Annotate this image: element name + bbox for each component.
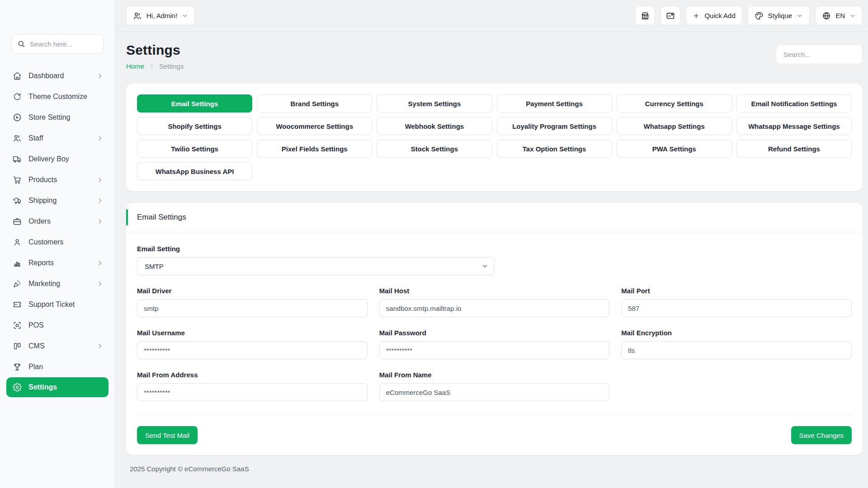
save-changes-button[interactable]: Save Changes bbox=[791, 426, 852, 444]
sidebar-item-label: Theme Customize bbox=[28, 93, 103, 101]
ticket-icon bbox=[13, 300, 22, 309]
page-title: Settings bbox=[126, 42, 184, 58]
panel-title: Email Settings bbox=[137, 213, 186, 221]
chevron-down-icon bbox=[182, 13, 188, 19]
mail-port-field[interactable] bbox=[621, 299, 852, 317]
breadcrumb: Home Settings bbox=[126, 62, 184, 70]
mail-encryption-field[interactable] bbox=[621, 341, 852, 359]
chevron-down-icon bbox=[849, 13, 856, 19]
tab-loyality-program-settings[interactable]: Loyality Program Settings bbox=[497, 117, 612, 135]
media-card-icon bbox=[666, 11, 675, 20]
sidebar-item-products[interactable]: Products bbox=[0, 169, 115, 190]
mail-password-field[interactable] bbox=[379, 341, 610, 359]
sidebar-item-cms[interactable]: CMS bbox=[0, 336, 115, 357]
mail-username-field[interactable] bbox=[137, 341, 368, 359]
sidebar-item-marketing[interactable]: Marketing bbox=[0, 273, 115, 294]
sidebar-item-label: Shipping bbox=[28, 197, 90, 205]
user-menu-button[interactable]: Hi, Admin! bbox=[126, 6, 195, 25]
tab-pwa-settings[interactable]: PWA Settings bbox=[617, 140, 732, 158]
sidebar-item-label: Store Setting bbox=[28, 113, 103, 122]
sidebar-item-store-setting[interactable]: Store Setting bbox=[0, 107, 115, 128]
mail-driver-field[interactable] bbox=[137, 299, 368, 317]
sidebar-item-customers[interactable]: Customers bbox=[0, 232, 115, 253]
stylique-menu-button[interactable]: Stylique bbox=[748, 6, 810, 25]
tab-email-notification-settings[interactable]: Email Notification Settings bbox=[736, 94, 852, 113]
tab-brand-settings[interactable]: Brand Settings bbox=[257, 94, 372, 113]
sidebar-item-reports[interactable]: Reports bbox=[0, 253, 115, 273]
tab-refund-settings[interactable]: Refund Settings bbox=[736, 140, 852, 158]
chevron-right-icon bbox=[97, 135, 103, 141]
tab-whatsapp-settings[interactable]: Whatsapp Settings bbox=[617, 117, 732, 135]
mail-from-name-group: Mail From Name bbox=[379, 371, 610, 401]
storefront-button[interactable] bbox=[635, 6, 655, 25]
settings-tabs-grid: Email Settings Brand Settings System Set… bbox=[137, 94, 852, 180]
quick-add-label: Quick Add bbox=[704, 12, 735, 19]
tab-woocommerce-settings[interactable]: Woocommerce Settings bbox=[257, 117, 372, 135]
send-test-mail-button[interactable]: Send Test Mail bbox=[137, 426, 198, 444]
chevron-right-icon bbox=[97, 218, 103, 225]
sidebar-search[interactable] bbox=[11, 34, 104, 54]
sidebar-item-theme-customize[interactable]: Theme Customize bbox=[0, 86, 115, 107]
sidebar-item-label: POS bbox=[28, 321, 103, 329]
cart-icon bbox=[13, 175, 22, 184]
mail-port-label: Mail Port bbox=[621, 287, 852, 295]
tab-pixel-fields-settings[interactable]: Pixel Fields Settings bbox=[257, 140, 372, 158]
users-icon bbox=[13, 134, 22, 143]
sidebar-search-input[interactable] bbox=[30, 40, 98, 48]
mail-host-field[interactable] bbox=[379, 299, 610, 317]
palette-icon bbox=[755, 11, 764, 20]
sidebar-item-label: Reports bbox=[28, 259, 90, 267]
tab-twilio-settings[interactable]: Twilio Settings bbox=[137, 140, 252, 158]
tab-payment-settings[interactable]: Payment Settings bbox=[497, 94, 612, 113]
page-search-input[interactable] bbox=[776, 44, 863, 64]
sidebar-item-support-ticket[interactable]: Support Ticket bbox=[0, 294, 115, 315]
tab-whatsapp-business-api[interactable]: WhatsApp Business API bbox=[137, 162, 252, 180]
sidebar-item-orders[interactable]: Orders bbox=[0, 211, 115, 232]
sidebar-item-label: CMS bbox=[28, 342, 90, 350]
search-icon bbox=[17, 40, 25, 48]
mail-from-name-field[interactable] bbox=[379, 383, 610, 401]
page-title-block: Settings Home Settings bbox=[126, 42, 184, 70]
chevron-right-icon bbox=[97, 177, 103, 183]
truck-icon bbox=[13, 155, 22, 164]
language-label: EN bbox=[835, 12, 845, 19]
mail-username-label: Mail Username bbox=[137, 329, 368, 337]
users-icon bbox=[133, 11, 142, 20]
sidebar-item-plan[interactable]: Plan bbox=[0, 357, 115, 377]
panel-body: Email Setting SMTP Mail Driver Mail Host bbox=[126, 232, 863, 415]
mail-encryption-group: Mail Encryption bbox=[621, 329, 852, 359]
megaphone-icon bbox=[13, 279, 22, 288]
email-settings-panel: Email Settings Email Setting SMTP Mail D… bbox=[126, 203, 863, 455]
tab-shopify-settings[interactable]: Shopify Settings bbox=[137, 117, 252, 135]
form-row-1: Mail Driver Mail Host Mail Port bbox=[137, 287, 852, 317]
tab-tax-option-settings[interactable]: Tax Option Settings bbox=[497, 140, 612, 158]
media-button[interactable] bbox=[660, 6, 680, 25]
panel-actions: Send Test Mail Save Changes bbox=[126, 415, 863, 455]
language-menu-button[interactable]: EN bbox=[815, 6, 863, 25]
mail-driver-group: Mail Driver bbox=[137, 287, 368, 317]
mail-encryption-label: Mail Encryption bbox=[621, 329, 852, 337]
sidebar-item-pos[interactable]: POS bbox=[0, 315, 115, 336]
sidebar-item-label: Dashboard bbox=[28, 72, 90, 80]
breadcrumb-home-link[interactable]: Home bbox=[126, 62, 144, 70]
sidebar-item-label: Customers bbox=[28, 238, 103, 246]
tab-stock-settings[interactable]: Stock Settings bbox=[377, 140, 492, 158]
tab-webhook-settings[interactable]: Webhook Settings bbox=[377, 117, 492, 135]
sidebar-item-shipping[interactable]: Shipping bbox=[0, 190, 115, 211]
sidebar-item-staff[interactable]: Staff bbox=[0, 128, 115, 149]
sidebar-item-settings[interactable]: Settings bbox=[6, 377, 108, 397]
plus-icon bbox=[693, 12, 700, 19]
tab-currency-settings[interactable]: Currency Settings bbox=[617, 94, 732, 113]
panel-header: Email Settings bbox=[126, 203, 863, 232]
sidebar-item-dashboard[interactable]: Dashboard bbox=[0, 66, 115, 86]
tab-system-settings[interactable]: System Settings bbox=[377, 94, 492, 113]
tab-email-settings[interactable]: Email Settings bbox=[137, 94, 252, 113]
mail-password-group: Mail Password bbox=[379, 329, 610, 359]
quick-add-button[interactable]: Quick Add bbox=[686, 6, 742, 25]
sidebar-item-delivery-boy[interactable]: Delivery Boy bbox=[0, 149, 115, 169]
tab-whatsapp-message-settings[interactable]: Whatsapp Message Settings bbox=[736, 117, 852, 135]
email-setting-select[interactable]: SMTP bbox=[137, 257, 495, 275]
mail-from-address-field[interactable] bbox=[137, 383, 368, 401]
stylique-label: Stylique bbox=[768, 12, 792, 19]
mail-port-group: Mail Port bbox=[621, 287, 852, 317]
